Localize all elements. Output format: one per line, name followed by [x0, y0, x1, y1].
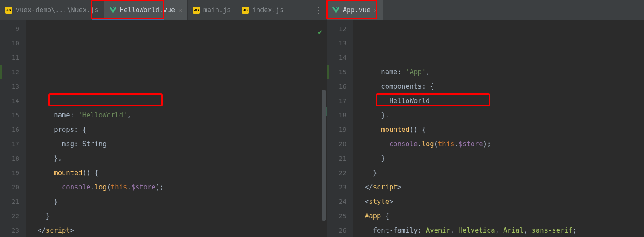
line-number: 20 [327, 137, 346, 151]
editor-pane-right: App.vue ✕ 121314151617181920212223242526… [327, 0, 644, 237]
line-number: 19 [0, 166, 19, 180]
line-number: 16 [327, 79, 346, 94]
code-line[interactable]: name: 'App', [365, 65, 644, 79]
check-icon: ✔ [318, 24, 322, 39]
code-line[interactable]: </script> [38, 223, 327, 237]
tab-label: HelloWorld.vue [120, 6, 175, 14]
code-line[interactable]: </script> [365, 180, 644, 195]
annotation-box [48, 93, 163, 106]
line-number: 15 [0, 108, 19, 123]
scrollbar-thumb[interactable] [322, 90, 326, 221]
code-line[interactable]: name: 'HelloWorld', [38, 108, 327, 123]
vcs-change-marker [327, 65, 329, 79]
line-number: 21 [327, 151, 346, 166]
code-line[interactable]: console.log(this.$store); [38, 180, 327, 195]
js-icon: JS [242, 7, 249, 14]
line-number: 25 [327, 209, 346, 223]
line-number: 22 [0, 209, 19, 223]
line-number: 23 [327, 180, 346, 195]
tab-bar-left: JS vuex-demo\...\Nuex.js HelloWorld.vue … [0, 0, 327, 20]
tab-label: App.vue [343, 6, 370, 14]
line-number: 14 [327, 51, 346, 65]
line-number-gutter: 91011121314151617181920212223 [0, 20, 26, 237]
line-number: 15 [327, 65, 346, 79]
code-line[interactable]: #app { [365, 209, 644, 223]
tab-nuex-js[interactable]: JS vuex-demo\...\Nuex.js [0, 0, 104, 20]
line-number: 24 [327, 195, 346, 209]
code-editor-right[interactable]: 121314151617181920212223242526 name: 'Ap… [327, 20, 644, 237]
vue-icon [332, 7, 339, 14]
line-number: 21 [0, 195, 19, 209]
code-line[interactable]: <style> [365, 195, 644, 209]
tab-app-vue[interactable]: App.vue ✕ [327, 0, 383, 20]
line-number: 23 [0, 223, 19, 237]
line-number: 26 [327, 223, 346, 237]
line-number: 22 [327, 166, 346, 180]
line-number: 13 [0, 79, 19, 94]
line-number: 14 [0, 94, 19, 108]
vcs-change-marker [0, 65, 2, 79]
code-line[interactable]: HelloWorld [365, 94, 644, 108]
code-line[interactable]: } [365, 166, 644, 180]
code-area[interactable]: ✔ name: 'HelloWorld', props: { msg: Stri… [26, 20, 327, 237]
close-icon[interactable]: ✕ [374, 7, 377, 14]
code-editor-left[interactable]: 91011121314151617181920212223 ✔ name: 'H… [0, 20, 327, 237]
line-number: 16 [0, 123, 19, 137]
tab-label: vuex-demo\...\Nuex.js [16, 6, 99, 14]
line-number: 18 [0, 151, 19, 166]
tab-helloworld-vue[interactable]: HelloWorld.vue ✕ [104, 0, 188, 20]
code-line[interactable]: } [365, 151, 644, 166]
line-number: 13 [327, 36, 346, 51]
line-number: 18 [327, 108, 346, 123]
editor-pane-left: JS vuex-demo\...\Nuex.js HelloWorld.vue … [0, 0, 327, 237]
line-number: 20 [0, 180, 19, 195]
line-number: 17 [327, 94, 346, 108]
tab-label: main.js [203, 6, 231, 14]
js-icon: JS [193, 7, 200, 14]
code-line[interactable]: }, [38, 151, 327, 166]
close-icon[interactable]: ✕ [178, 7, 182, 14]
tab-label: index.js [252, 6, 284, 14]
code-line[interactable]: } [38, 209, 327, 223]
tabs-overflow-icon[interactable]: ⋮ [314, 0, 322, 20]
tab-index-js[interactable]: JS index.js [236, 0, 289, 20]
line-number: 11 [0, 51, 19, 65]
code-area[interactable]: name: 'App', components: { HelloWorld },… [353, 20, 644, 237]
tab-main-js[interactable]: JS main.js [188, 0, 236, 20]
line-number: 12 [0, 65, 19, 79]
line-number: 17 [0, 137, 19, 151]
line-number: 19 [327, 123, 346, 137]
code-line[interactable]: msg: String [38, 137, 327, 151]
code-line[interactable]: } [38, 195, 327, 209]
tab-bar-right: App.vue ✕ [327, 0, 644, 20]
line-number: 9 [0, 22, 19, 36]
js-icon: JS [5, 7, 12, 14]
code-line[interactable]: font-family: Avenir, Helvetica, Arial, s… [365, 223, 644, 237]
code-line[interactable]: components: { [365, 79, 644, 94]
code-line[interactable]: mounted() { [365, 123, 644, 137]
ide-root: JS vuex-demo\...\Nuex.js HelloWorld.vue … [0, 0, 644, 237]
code-line[interactable]: }, [365, 108, 644, 123]
code-line[interactable]: mounted() { [38, 166, 327, 180]
code-line[interactable]: props: { [38, 123, 327, 137]
vue-icon [110, 7, 116, 14]
line-number: 10 [0, 36, 19, 51]
code-line[interactable]: console.log(this.$store); [365, 137, 644, 151]
line-number: 12 [327, 22, 346, 36]
line-number-gutter: 121314151617181920212223242526 [327, 20, 353, 237]
